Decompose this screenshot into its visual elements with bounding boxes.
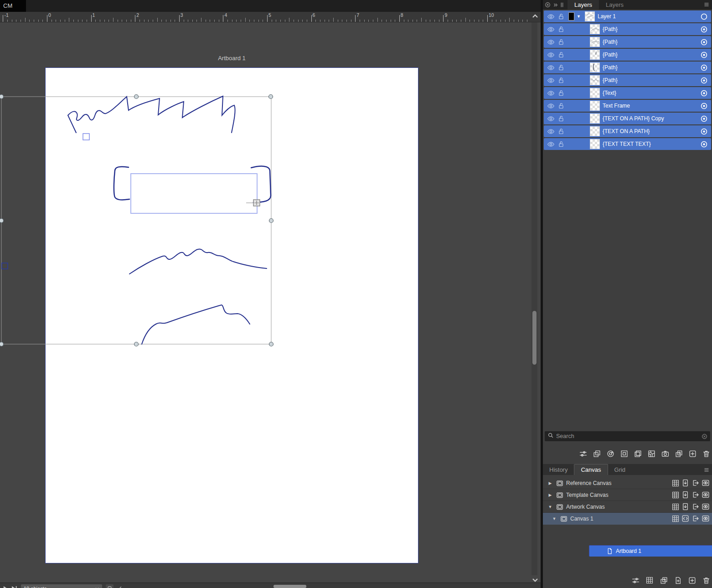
doc-plus-icon[interactable] (673, 575, 683, 585)
visibility-eye-icon[interactable] (547, 115, 555, 124)
visibility-eye-icon[interactable] (547, 51, 555, 60)
expand-triangle-icon[interactable]: ▶ (547, 481, 554, 485)
layer-color-swatch[interactable] (568, 12, 574, 21)
lock-icon[interactable] (557, 115, 565, 124)
tab-history[interactable]: History (543, 464, 574, 475)
layers-search-input[interactable]: Search (545, 431, 710, 441)
add-plus-icon[interactable] (687, 449, 697, 459)
visibility-eye-icon[interactable] (547, 64, 555, 73)
layer-row[interactable]: {Path} (544, 36, 711, 48)
grid-icon[interactable] (672, 491, 679, 499)
settings-sliders-icon[interactable] (578, 449, 588, 459)
camera-icon[interactable] (660, 449, 670, 459)
step-forward-icon[interactable] (11, 584, 17, 588)
small-square-left[interactable] (2, 263, 8, 269)
selection-handle[interactable] (0, 342, 4, 346)
grid-icon[interactable] (672, 503, 679, 511)
layer-row[interactable]: {TEXT TEXT TEXT} (544, 138, 711, 150)
eye-stack-icon[interactable] (702, 515, 710, 522)
target-dot-icon[interactable] (700, 51, 708, 60)
eye-stack-icon[interactable] (702, 491, 710, 499)
layer-row[interactable]: {Path} (544, 74, 711, 86)
visibility-eye-icon[interactable] (547, 140, 555, 150)
layer-row[interactable]: {TEXT ON A PATH} Copy (544, 113, 711, 124)
group-frame-icon[interactable] (619, 449, 629, 459)
visibility-eye-icon[interactable] (547, 128, 555, 137)
selection-handle[interactable] (269, 95, 273, 99)
grid-icon[interactable] (672, 515, 679, 522)
visibility-eye-icon[interactable] (547, 89, 555, 98)
pattern-icon[interactable] (646, 449, 656, 459)
selection-handle[interactable] (134, 95, 139, 99)
settings-sliders-icon[interactable] (630, 575, 640, 585)
lock-icon[interactable] (557, 77, 565, 85)
expand-triangle-icon[interactable]: ▼ (577, 10, 581, 22)
horizontal-scrollbar-thumb[interactable] (273, 585, 306, 588)
target-dot-icon[interactable] (700, 102, 708, 111)
target-dot-icon[interactable] (700, 128, 708, 137)
grid-icon[interactable] (645, 575, 655, 585)
selection-handle[interactable] (0, 95, 4, 99)
vertical-scrollbar-track[interactable] (531, 22, 537, 575)
layer-state-button[interactable] (106, 584, 114, 588)
layer-row[interactable]: {Text} (544, 87, 711, 99)
text-frame-link-handle[interactable] (246, 200, 260, 206)
expand-triangle-icon[interactable]: ▶ (547, 493, 554, 497)
doc-export-icon[interactable] (691, 503, 699, 511)
grid-icon[interactable] (672, 480, 679, 487)
scroll-up-button[interactable] (530, 11, 541, 22)
tab-layers-active[interactable]: Layers (568, 0, 599, 10)
layer-row[interactable]: {TEXT ON A PATH} (544, 125, 711, 137)
target-dot-icon[interactable] (700, 38, 708, 47)
lock-icon[interactable] (557, 26, 565, 34)
small-square-top[interactable] (83, 134, 89, 140)
add-plus-icon[interactable] (687, 575, 697, 585)
canvas-row[interactable]: ▼Canvas 1 (543, 513, 712, 525)
target-circle-icon[interactable] (700, 13, 708, 22)
visibility-eye-icon[interactable] (547, 26, 555, 35)
doc-import-icon[interactable] (681, 503, 689, 511)
objects-dropdown[interactable]: 10 objects (21, 584, 102, 588)
copy-plus-icon[interactable] (659, 575, 669, 585)
selection-handle[interactable] (0, 219, 4, 223)
lock-icon[interactable] (557, 51, 565, 60)
eye-stack-icon[interactable] (702, 503, 710, 511)
artboard-row[interactable]: Artboard 1 0.0° (589, 545, 712, 557)
target-dot-icon[interactable] (700, 115, 708, 124)
copy-plus-icon[interactable] (674, 449, 684, 459)
close-panel-icon[interactable] (545, 2, 551, 8)
visibility-eye-icon[interactable] (547, 13, 555, 22)
lock-icon[interactable] (557, 13, 565, 21)
expand-triangle-icon[interactable]: ▼ (551, 516, 558, 521)
ruler-units-button[interactable]: CM (0, 0, 26, 12)
canvas-row[interactable]: ▼Artwork Canvas (543, 501, 712, 513)
lock-icon[interactable] (557, 140, 565, 149)
lock-icon[interactable] (557, 64, 565, 72)
doc-import-icon[interactable] (681, 491, 689, 499)
collapse-panel-icon[interactable] (552, 2, 558, 8)
layer-row[interactable]: {Path} (544, 62, 711, 73)
lock-icon[interactable] (557, 38, 565, 47)
doc-import-icon[interactable] (681, 479, 689, 487)
vertical-scrollbar-thumb[interactable] (532, 311, 537, 365)
canvas-panel-menu-icon[interactable] (703, 464, 710, 475)
canvas-row[interactable]: ▶Template Canvas (543, 489, 712, 501)
layer-row[interactable]: {Path} (544, 23, 711, 35)
canvas-row[interactable]: ▶Reference Canvas (543, 477, 712, 489)
doc-export-icon[interactable] (691, 491, 699, 499)
visibility-eye-icon[interactable] (547, 77, 555, 86)
layer-row[interactable]: Text Frame (544, 100, 711, 112)
pen-icon[interactable] (117, 584, 122, 588)
visibility-eye-icon[interactable] (547, 102, 555, 111)
overlap-frames-icon[interactable] (633, 449, 643, 459)
selection-handle[interactable] (269, 219, 273, 223)
tab-grid[interactable]: Grid (608, 464, 632, 475)
doc-code-icon[interactable] (681, 515, 689, 522)
trash-icon[interactable] (701, 575, 711, 585)
target-dot-icon[interactable] (700, 26, 708, 35)
lock-icon[interactable] (557, 102, 565, 111)
expand-triangle-icon[interactable]: ▼ (547, 505, 554, 509)
target-dot-icon[interactable] (700, 64, 708, 73)
dock-handle-icon[interactable] (560, 2, 564, 8)
selection-handle[interactable] (134, 342, 139, 346)
